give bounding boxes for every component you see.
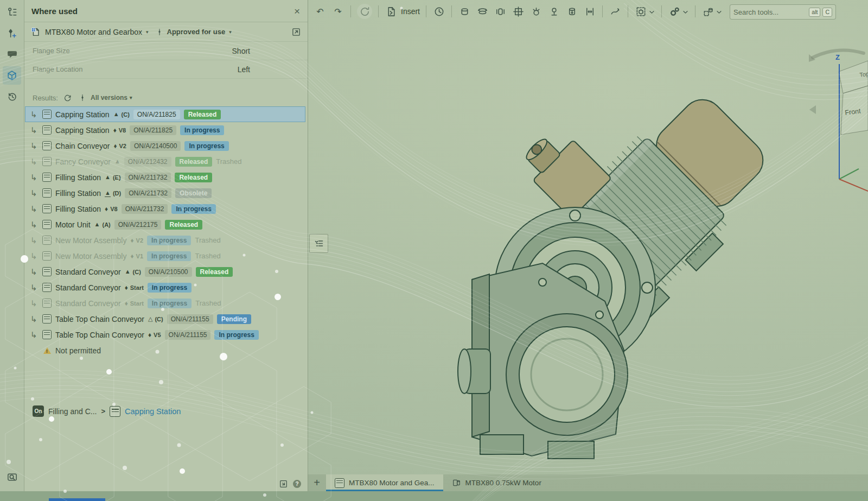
tangent-mate-button[interactable] — [583, 5, 596, 18]
part-studio-tab-icon — [452, 478, 461, 487]
cylindrical-mate-button[interactable] — [565, 5, 578, 18]
add-tab-button[interactable]: + — [308, 474, 326, 491]
where-used-result-row[interactable]: ↳Standard Conveyor♦StartIn progressTrash… — [25, 295, 305, 311]
where-used-result-row[interactable]: ↳Capping Station▲(C)ON/A/211825Released — [25, 106, 305, 122]
planar-mate-button[interactable] — [512, 5, 525, 18]
where-used-result-row[interactable]: ↳Standard Conveyor▲(C)ON/A/210500Release… — [25, 264, 305, 280]
slider-mate-button[interactable] — [494, 5, 507, 18]
create-version-icon[interactable] — [3, 24, 21, 42]
result-name: Chain Conveyor — [55, 142, 110, 150]
part-number-chip: ON/A/211732 — [125, 173, 171, 182]
not-permitted-row: Not permitted — [25, 343, 305, 358]
close-icon[interactable]: × — [294, 6, 300, 16]
ball-mate-button[interactable] — [529, 5, 542, 18]
assembly-doc-icon — [42, 157, 52, 166]
where-used-result-row[interactable]: ↳Filling Station▲(E)ON/A/211732Released — [25, 169, 305, 185]
where-used-result-row[interactable]: ↳Standard Conveyor♦StartIn progress — [25, 280, 305, 295]
version-icon: ♦ — [130, 237, 133, 244]
assembly-toolbar: ↶↷Insert — [314, 0, 723, 23]
select-group-button[interactable] — [634, 5, 655, 18]
where-used-result-row[interactable]: ↳New Motor Assembly♦V1In progressTrashed — [25, 248, 305, 264]
search-icon[interactable] — [3, 467, 21, 486]
exploded-view-button[interactable] — [701, 5, 723, 18]
comments-icon[interactable] — [3, 45, 21, 64]
view-cube[interactable]: Top Front Z — [807, 43, 868, 201]
revision-label: Start — [130, 300, 144, 307]
search-tools-box[interactable]: Search tools... alt C — [730, 4, 836, 20]
insert-button[interactable]: Insert — [385, 5, 420, 18]
viewport-3d-model[interactable] — [456, 95, 781, 470]
chevron-down-icon[interactable] — [682, 8, 689, 15]
version-icon: ♦ — [130, 253, 133, 259]
revision-label: V2 — [136, 237, 143, 244]
where-used-icon[interactable] — [3, 66, 21, 85]
where-used-result-row[interactable]: ↳Fancy Conveyor▲ON/A/212432ReleasedTrash… — [25, 154, 305, 169]
config-label: Flange Location — [33, 65, 83, 73]
revision-label: (C) — [133, 269, 141, 275]
breadcrumb-current-link[interactable]: Capping Station — [125, 407, 181, 416]
revision-label: V8 — [119, 127, 126, 134]
part-number-chip: ON/A/211732 — [122, 204, 168, 214]
revision-released-icon: ▲ — [125, 269, 131, 275]
float-panel-icon[interactable] — [279, 479, 288, 489]
breadcrumb-root[interactable]: Filling and C... — [48, 407, 97, 416]
enter-arrow-icon: ↳ — [30, 315, 39, 323]
bottom-accent-bar — [49, 498, 105, 501]
tab-active[interactable]: MTBX80 Motor and Gea... — [326, 474, 443, 491]
undo-button[interactable]: ↶ — [314, 5, 327, 18]
result-name: Standard Conveyor — [55, 268, 121, 276]
revision-label: (C) — [122, 111, 130, 118]
part-number-chip: ON/A/2140500 — [130, 141, 181, 151]
where-used-result-row[interactable]: ↳Table Top Chain Conveyor△(C)ON/A/211155… — [25, 311, 305, 327]
mate-button[interactable] — [432, 5, 445, 18]
open-panel-icon[interactable] — [291, 27, 301, 37]
chevron-down-icon[interactable] — [648, 8, 655, 15]
help-icon[interactable]: ? — [293, 480, 301, 488]
version-state-selector[interactable]: Approved for use — [167, 28, 226, 36]
named-positions-icon — [668, 5, 681, 18]
revision-released-icon: ▲ — [105, 174, 111, 180]
where-used-result-row[interactable]: ↳Capping Station♦V8ON/A/211825In progres… — [25, 122, 305, 138]
structure-tree-icon[interactable] — [3, 3, 21, 21]
tab-inactive[interactable]: MTBX80 0.75kW Motor — [443, 474, 550, 491]
refresh-icon[interactable] — [63, 93, 72, 103]
enter-arrow-icon: ↳ — [30, 268, 39, 276]
where-used-panel: Where used × MTBX80 Motor and Gearbox ▾ … — [24, 0, 308, 491]
where-used-result-row[interactable]: ↳Filling Station▲(D)ON/A/211732Obsolete — [25, 185, 305, 201]
chevron-down-icon[interactable] — [716, 8, 723, 15]
history-icon[interactable] — [3, 87, 21, 106]
tab-label: MTBX80 0.75kW Motor — [465, 479, 541, 487]
status-badge: In progress — [171, 204, 215, 214]
view-cube-top-label: Top — [859, 70, 868, 78]
rotate-left-arrow[interactable] — [809, 105, 816, 114]
status-badge: In progress — [147, 236, 191, 245]
enter-arrow-icon: ↳ — [30, 205, 39, 213]
where-used-result-row[interactable]: ↳Motor Unit▲(A)ON/A/212175Released — [25, 217, 305, 232]
revision-obsolete-icon: ▲ — [105, 190, 111, 196]
revolute-mate-button[interactable] — [476, 5, 489, 18]
version-icon: ♦ — [125, 300, 128, 307]
revision-label: (A) — [102, 221, 110, 228]
part-number-chip: ON/A/212175 — [114, 220, 162, 230]
pin-slot-mate-button[interactable] — [547, 5, 560, 18]
part-number-chip: ON/A/211825 — [130, 125, 176, 135]
where-used-result-row[interactable]: ↳Filling Station♦V8ON/A/211732In progres… — [25, 201, 305, 217]
where-used-result-row[interactable]: ↳Table Top Chain Conveyor♦V5ON/A/211155I… — [25, 327, 305, 343]
search-input[interactable]: Search tools... — [733, 8, 807, 16]
context-document-selector[interactable]: MTBX80 Motor and Gearbox — [45, 28, 142, 36]
assembly-doc-icon — [42, 314, 52, 324]
cylindrical-mate-icon — [565, 5, 578, 18]
fastened-mate-button[interactable] — [458, 5, 471, 18]
versions-filter[interactable]: All versions▾ — [91, 94, 132, 102]
where-used-result-row[interactable]: ↳New Motor Assembly♦V2In progressTrashed — [25, 232, 305, 248]
x-axis — [839, 179, 868, 191]
panel-header: Where used × — [24, 0, 308, 22]
named-positions-button[interactable] — [668, 5, 689, 18]
where-used-result-row[interactable]: ↳Chain Conveyor♦V2ON/A/2140500In progres… — [25, 138, 305, 154]
snap-mode-button[interactable] — [609, 5, 622, 18]
redo-button[interactable]: ↷ — [331, 5, 344, 18]
revision-label: V2 — [119, 143, 126, 149]
instance-list-flyout-button[interactable] — [309, 234, 328, 253]
shortcut-key-c: C — [822, 8, 832, 17]
rotate-button[interactable] — [357, 4, 372, 19]
